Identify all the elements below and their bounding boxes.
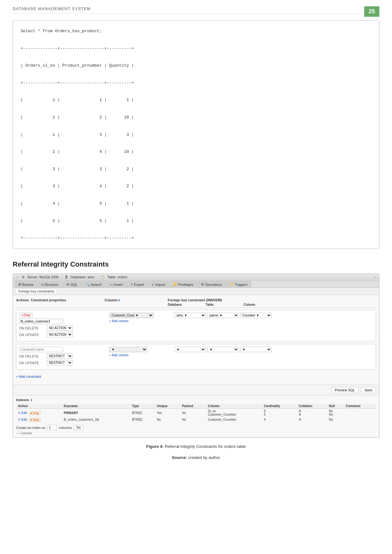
constraint-1-fk-table-select[interactable]: patron ▼	[207, 313, 239, 318]
add-constraint-link[interactable]: + Add constraint	[16, 375, 41, 378]
phpmyadmin-body: Actions Constraint properties Column For…	[13, 295, 379, 382]
export-icon: ↗	[130, 282, 133, 286]
tab-privileges[interactable]: 🔑 Privileges	[169, 281, 197, 287]
tab-structure[interactable]: ≡ Structure	[38, 281, 62, 287]
browse-icon: ⊞	[18, 282, 21, 286]
index-fk-keyname: fk_orders_customer1_idx	[62, 417, 130, 422]
constraint-1-on-update-select[interactable]: NO ACTION RESTRICT CASCADE SET NULL	[47, 332, 73, 337]
col-cardinality: Cardinality	[262, 404, 297, 409]
ops-icon: ⚙	[201, 282, 204, 286]
tab-import-label: Import	[155, 283, 165, 286]
fk-table-header: Table	[206, 303, 244, 306]
sql-block: Select * from Orders_has_product; +-----…	[13, 20, 379, 249]
structure-icon: ≡	[41, 283, 43, 286]
constraint-2-fk-table-select[interactable]: ▼	[207, 347, 239, 352]
tab-insert[interactable]: ↓+ Insert	[106, 281, 126, 287]
on-delete-label-2: ON DELETE	[19, 354, 44, 358]
add-column-link-1[interactable]: + Add column	[109, 319, 172, 323]
constraint-1-on-delete-select[interactable]: NO ACTION RESTRICT CASCADE SET NULL	[47, 325, 73, 331]
index-fk-unique: No	[155, 417, 180, 422]
tab-triggers[interactable]: ⚡ Triggers	[226, 281, 251, 287]
tab-browse[interactable]: ⊞ Browse	[15, 281, 37, 287]
index-fk-column: Customer_Cnumber	[206, 417, 262, 422]
index-primary-unique: Yes	[155, 409, 180, 417]
index-fk-collation: A	[297, 417, 327, 422]
tab-search[interactable]: 🔍 Search	[82, 281, 105, 287]
index-primary-edit-link[interactable]: ✏ Edit	[18, 411, 27, 415]
col-header-column: Column	[105, 298, 168, 306]
col-type: Type	[130, 404, 155, 409]
constraint-2-fk: ▼ ▼ ▼	[174, 347, 373, 367]
col-action: Action	[16, 404, 62, 409]
col-keyname: Keyname	[62, 404, 130, 409]
tab-browse-label: Browse	[22, 283, 34, 286]
window-minimize-btn[interactable]: ×	[375, 275, 377, 279]
index-primary-collation: AA	[297, 409, 327, 417]
phpmyadmin-titlebar: ← Server: MySQL3306 › Database: aimc › T…	[13, 274, 379, 280]
preview-sql-btn[interactable]: Preview SQL	[331, 387, 359, 393]
trig-icon: ⚡	[230, 282, 234, 286]
constraint-1-actions: Drop	[19, 313, 107, 317]
constraint-1-drop-btn[interactable]: Drop	[19, 313, 33, 317]
constraint-2-column-select[interactable]: ▼	[109, 347, 147, 352]
tab-import[interactable]: ↙ Import	[148, 281, 169, 287]
on-update-label-2: ON UPDATE	[19, 361, 44, 365]
create-index-cols-input[interactable]	[47, 425, 57, 430]
constraint-1-fk-col-select[interactable]: Cnumber ▼	[240, 313, 272, 318]
constraint-1-fk-db-select[interactable]: aimc ▼	[174, 313, 206, 318]
tab-export[interactable]: ↗ Export	[127, 281, 148, 287]
subtab-foreign-keys[interactable]: Foreign key constraints	[15, 288, 57, 294]
import-icon: ↙	[152, 282, 154, 286]
source-line: Source: created by author	[13, 455, 379, 460]
constraint-1-name-input[interactable]	[19, 319, 63, 324]
table-icon	[101, 275, 105, 279]
index-primary-comment	[344, 409, 376, 417]
tab-sql[interactable]: ≪ SQL	[63, 281, 81, 287]
info-icon	[118, 298, 119, 302]
constraint-2-fk-col-select[interactable]: ▼	[240, 347, 272, 352]
index-primary-null: NoNo	[327, 409, 344, 417]
index-fk-cardinality: 4	[262, 417, 297, 422]
constraint-2-name-input[interactable]	[19, 347, 63, 352]
col-comment: Comment	[344, 404, 376, 409]
tab-operations[interactable]: ⚙ Operations	[197, 281, 226, 287]
tab-privileges-label: Privileges	[178, 283, 193, 286]
index-fk-comment	[344, 417, 376, 422]
minimize-icon[interactable]: ←	[15, 275, 19, 279]
indexes-table-header: Action Keyname Type Unique Packed Column…	[16, 404, 376, 409]
db-icon	[65, 275, 68, 279]
constraint-2-on-delete-select[interactable]: RESTRICT NO ACTION CASCADE SET NULL	[47, 353, 73, 359]
constraint-1-column-select[interactable]: Customer_Cnun ▼	[109, 313, 154, 318]
index-primary-drop-btn[interactable]: ● Drop	[29, 411, 40, 415]
create-index-label: Create an index on	[16, 426, 45, 430]
col-null: Null	[327, 404, 344, 409]
save-btn[interactable]: Save	[361, 387, 376, 393]
constraint-2-column: ▼ + Add column	[109, 347, 172, 367]
indexes-info-icon	[31, 398, 32, 402]
indexes-table: Action Keyname Type Unique Packed Column…	[16, 404, 376, 422]
col-header-fk: Foreign key constraint (INNODB) Database…	[168, 298, 376, 306]
index-primary-packed: No	[180, 409, 206, 417]
tab-operations-label: Operations	[205, 283, 222, 286]
index-fk-drop-btn[interactable]: ● Drop	[29, 418, 40, 422]
insert-icon: ↓+	[109, 283, 113, 286]
drop-circle-icon	[21, 313, 23, 317]
create-index-go-btn[interactable]: Go	[74, 425, 83, 430]
index-primary-keyname: PRIMARY	[62, 409, 130, 417]
index-row-fk: ✏ Edit ● Drop fk_orders_customer1_idx BT…	[16, 417, 376, 422]
index-fk-edit-link[interactable]: ✏ Edit	[18, 418, 27, 421]
constraint-2-on-update-select[interactable]: RESTRICT NO ACTION CASCADE SET NULL	[47, 360, 73, 365]
constraint-1-left: Drop ON DELETE NO ACTION RESTRICT CASCAD…	[19, 313, 107, 339]
constraint-2-on-delete-row: ON DELETE RESTRICT NO ACTION CASCADE SET…	[19, 353, 107, 359]
add-column-link-2[interactable]: + Add column	[109, 353, 172, 357]
indexes-title-row: Indexes	[16, 398, 376, 402]
figure-text: Referral Integrity Constraints for order…	[165, 444, 246, 449]
on-update-label-1: ON UPDATE	[19, 333, 44, 337]
priv-icon: 🔑	[173, 282, 177, 286]
source-text: created by author	[188, 455, 220, 460]
sql-icon: ≪	[66, 282, 70, 286]
constraint-row-2: ON DELETE RESTRICT NO ACTION CASCADE SET…	[16, 344, 376, 370]
phpmyadmin-tabs: ⊞ Browse ≡ Structure ≪ SQL 🔍 Search ↓+ I…	[13, 280, 379, 288]
constraint-2-fk-db-select[interactable]: ▼	[174, 347, 206, 352]
col-collation: Collation	[297, 404, 327, 409]
